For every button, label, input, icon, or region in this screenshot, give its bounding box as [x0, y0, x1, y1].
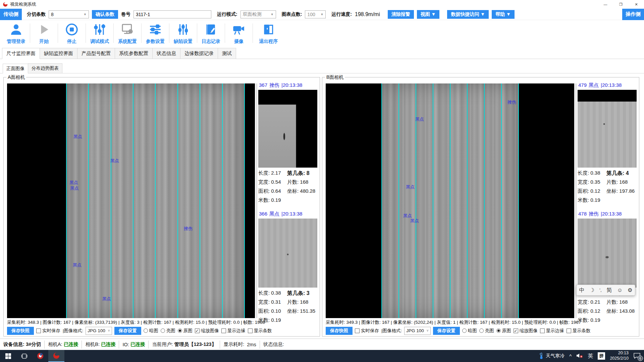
help-menu-button[interactable]: 帮助 ▼: [492, 10, 515, 19]
tab-test[interactable]: 测试: [218, 48, 236, 59]
h-sliders-icon: [149, 22, 162, 37]
emoji-icon[interactable]: ☺: [617, 288, 623, 293]
original-image-radio[interactable]: 原图: [178, 328, 193, 334]
panel-splitter[interactable]: [575, 83, 577, 318]
save-settings-button[interactable]: 保存设置: [433, 327, 460, 335]
tab-status-info[interactable]: 状态信息: [152, 48, 180, 59]
defect-thumbnail: [258, 90, 317, 168]
io-status-label: IO:: [122, 342, 129, 347]
show-count-checkbox[interactable]: 显示条数: [248, 328, 272, 334]
start-button[interactable]: [0, 350, 16, 362]
camera-a-live-image[interactable]: 黑点 黑点 黑点 黑点 挫伤 黑点 黑点: [7, 83, 255, 318]
ime-mode-indicator[interactable]: 拼: [598, 352, 605, 360]
image-format-select[interactable]: JPG 100˅: [404, 327, 430, 335]
weather-widget[interactable]: 天气寒冷: [539, 353, 565, 359]
display-time-label: 显示耗时:: [223, 341, 244, 348]
divider: [44, 341, 45, 349]
roll-label: 卷号: [121, 11, 130, 17]
current-user-label: 当前用户:: [152, 341, 173, 348]
system-tray: 天气寒冷 ^ 英 拼 20:13 2025/2/10 6: [539, 351, 644, 361]
exit-program-button[interactable]: 退出程序: [255, 22, 281, 45]
close-button[interactable]: ✕: [629, 0, 644, 9]
task-view-button[interactable]: [16, 350, 32, 362]
run-mode-select[interactable]: 双面检测 ▼: [240, 10, 276, 18]
defect-card[interactable]: 478挫伤|20:13:38 长度: 0.57第几条: 3 宽度: 0.21片数…: [578, 210, 637, 326]
minimize-button[interactable]: —: [598, 0, 613, 9]
params-settings-button[interactable]: 参数设置: [144, 22, 167, 45]
dark-image-radio[interactable]: 暗图: [462, 328, 477, 334]
tray-expand-chevron[interactable]: ^: [569, 353, 572, 359]
pinned-app-button[interactable]: [32, 350, 48, 362]
defect-card[interactable]: 367挫伤|20:13:38 长度: 2.17第几条: 8 宽度: 0.54片数…: [258, 81, 318, 206]
realtime-save-checkbox[interactable]: 实时保存: [355, 328, 379, 334]
tab-product-model[interactable]: 产品型号配置: [77, 48, 115, 59]
show-count-checkbox[interactable]: 显示条数: [567, 328, 591, 334]
camera-a-status: 已连接: [64, 341, 78, 348]
device-info-value: 3#分切: [26, 341, 41, 348]
slit-count-select[interactable]: 8 ▼: [49, 10, 89, 18]
vision-app-button[interactable]: [48, 350, 64, 362]
stop-button[interactable]: 停止: [60, 22, 83, 45]
drive-side-button[interactable]: 传动侧: [0, 9, 22, 20]
debug-mode-button[interactable]: 调试模式: [88, 22, 111, 45]
ime-simplified-mode[interactable]: 简: [607, 288, 612, 293]
defect-card[interactable]: 479黑点|20:13:38 长度: 0.38第几条: 4 宽度: 0.35片数…: [578, 81, 637, 206]
roll-input[interactable]: [133, 10, 211, 18]
view-menu-button[interactable]: 视图 ▼: [417, 10, 440, 19]
show-edge-checkbox[interactable]: 显示边缘: [221, 328, 246, 334]
tab-defect-monitor[interactable]: 缺陷监控界面: [40, 48, 77, 59]
defect-marker: 黑点: [410, 218, 419, 224]
image-format-select[interactable]: JPG 100˅: [86, 327, 112, 335]
thermometer-icon: [539, 353, 544, 359]
ime-punct-mode[interactable]: ’,: [599, 288, 602, 292]
defect-thumbnail: [578, 90, 637, 168]
dark-image-radio[interactable]: 暗图: [144, 328, 158, 334]
tab-system-params[interactable]: 系统参数配置: [115, 48, 153, 59]
defect-card-header: 367挫伤|20:13:38: [258, 81, 318, 90]
clock[interactable]: 20:13 2025/2/10: [610, 351, 629, 361]
realtime-save-checkbox[interactable]: 实时保存: [36, 328, 60, 334]
panel-splitter[interactable]: [256, 83, 257, 318]
tab-edge-data[interactable]: 边缘数据记录: [180, 48, 218, 59]
zoom-image-checkbox[interactable]: ✓缩放图像: [514, 328, 538, 334]
show-edge-checkbox[interactable]: 显示边缘: [540, 328, 564, 334]
sub-tabbar: 正面图像 分布趋势图表: [0, 63, 644, 73]
statusbar: 设备信息: 3#分切 相机A: 已连接 相机B: 已连接 IO: 已连接 当前用…: [0, 339, 644, 350]
confirm-count-button[interactable]: 确认条数: [92, 10, 118, 19]
clock-time: 20:13: [610, 351, 629, 356]
bright-image-radio[interactable]: 亮图: [161, 328, 175, 334]
admin-login-button[interactable]: 管理登录: [5, 22, 28, 45]
subtab-front-image[interactable]: 正面图像: [3, 64, 28, 73]
taskbar: 天气寒冷 ^ 英 拼 20:13 2025/2/10 6: [0, 350, 644, 362]
zoom-image-checkbox[interactable]: ✓缩放图像: [195, 328, 219, 334]
data-access-menu-button[interactable]: 数据快捷访问 ▼: [447, 10, 489, 19]
save-snapshot-button[interactable]: 保存快照: [7, 327, 34, 335]
log-record-button[interactable]: 日志记录: [200, 22, 222, 45]
defect-card[interactable]: 366黑点|20:13:38 长度: 0.38第几条: 3 宽度: 0.31片数…: [258, 210, 318, 326]
start-button[interactable]: 开始: [33, 22, 55, 45]
chart-points-select[interactable]: 100 ▼: [305, 10, 326, 18]
record-video-button[interactable]: 摄像: [227, 22, 250, 45]
subtab-trend-chart[interactable]: 分布趋势图表: [28, 63, 62, 73]
system-config-button[interactable]: 系统配置: [116, 22, 139, 45]
window-title: 视觉检测系统: [10, 1, 36, 7]
camera-a-title: A面相机: [6, 74, 26, 80]
action-center-button[interactable]: 6: [633, 353, 641, 360]
gear-icon[interactable]: ⚙: [628, 288, 632, 293]
moon-icon[interactable]: ☽: [590, 288, 594, 293]
maximize-button[interactable]: ❐: [613, 0, 629, 9]
ime-cn-mode[interactable]: 中: [579, 288, 585, 293]
ime-language-indicator[interactable]: 英: [588, 353, 593, 360]
save-settings-button[interactable]: 保存设置: [114, 327, 141, 335]
original-image-radio[interactable]: 原图: [496, 328, 511, 334]
operator-side-button[interactable]: 操作侧: [622, 9, 644, 20]
volume-muted-icon[interactable]: [576, 353, 583, 359]
tab-size-monitor[interactable]: 尺寸监控界面: [2, 48, 40, 59]
bright-image-radio[interactable]: 亮图: [479, 328, 494, 334]
checkbox-checked-icon: ✓: [195, 328, 200, 333]
divider: [119, 341, 119, 349]
save-snapshot-button[interactable]: 保存快照: [326, 327, 353, 335]
clear-alarm-button[interactable]: 清除报警: [388, 10, 414, 19]
defect-settings-button[interactable]: 缺陷设置: [172, 22, 195, 45]
camera-b-live-image[interactable]: 挫伤 黑点 黑点 黑点 黑点: [326, 83, 574, 318]
